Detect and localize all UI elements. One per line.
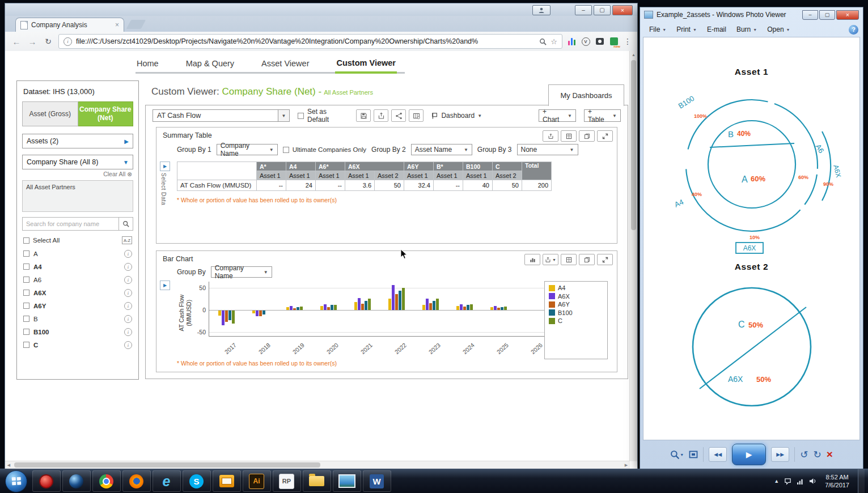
chart-bar[interactable] bbox=[467, 305, 469, 310]
chart-bar[interactable] bbox=[327, 307, 330, 310]
action-center-icon[interactable] bbox=[784, 478, 791, 485]
company-list-item[interactable]: Bi bbox=[22, 312, 133, 325]
chart-bar[interactable] bbox=[433, 301, 435, 310]
clear-icon[interactable]: ⊗ bbox=[127, 171, 132, 177]
taskbar-app-globe[interactable] bbox=[62, 470, 91, 492]
camera-extension-icon[interactable] bbox=[595, 37, 604, 46]
table-total-header[interactable]: Total bbox=[522, 162, 552, 180]
analytics-extension-icon[interactable] bbox=[567, 37, 576, 46]
taskbar-app-skype[interactable]: S bbox=[183, 470, 211, 492]
chart-bar[interactable] bbox=[361, 304, 364, 310]
show-desktop-button[interactable] bbox=[858, 469, 865, 493]
share-icon[interactable] bbox=[391, 109, 406, 122]
chart-bar[interactable] bbox=[225, 311, 228, 322]
url-text[interactable]: file:///C:/Users/zct41029/Desktop/Projec… bbox=[76, 37, 535, 45]
browser-menu-icon[interactable]: ⋮ bbox=[624, 37, 632, 46]
export-dropdown-icon[interactable]: ▼ bbox=[543, 254, 558, 265]
taskbar-app-ie[interactable]: e bbox=[153, 470, 181, 492]
table-company-header[interactable]: B100 bbox=[463, 162, 493, 171]
menu-email[interactable]: E-mail bbox=[702, 24, 731, 35]
chart-bar[interactable] bbox=[368, 299, 371, 310]
hidden-icons-icon[interactable]: ▲ bbox=[774, 478, 779, 484]
back-icon[interactable]: ← bbox=[11, 37, 22, 46]
taskbar-app-firefox[interactable] bbox=[122, 470, 151, 492]
chart-group-by-select[interactable]: Company Name▼ bbox=[211, 266, 272, 278]
actual-size-icon[interactable] bbox=[689, 450, 698, 458]
company-list-item[interactable]: A6Yi bbox=[22, 299, 133, 312]
maximize-button[interactable]: ▢ bbox=[819, 10, 835, 20]
chart-bar[interactable] bbox=[358, 298, 361, 310]
chart-bar[interactable] bbox=[470, 304, 473, 310]
scroll-up-icon[interactable]: ▲ bbox=[630, 51, 637, 58]
legend-item[interactable]: A4 bbox=[549, 284, 603, 291]
zoom-icon[interactable] bbox=[539, 38, 547, 45]
chart-bar[interactable] bbox=[426, 299, 429, 310]
chart-bar[interactable] bbox=[259, 311, 262, 316]
add-table-select[interactable]: + Table ▼ bbox=[584, 109, 621, 122]
taskbar-app-word[interactable]: W bbox=[363, 470, 391, 492]
close-button[interactable]: × bbox=[612, 5, 633, 15]
copy-icon[interactable] bbox=[579, 254, 595, 265]
horizontal-scroll-thumb[interactable] bbox=[14, 462, 320, 468]
help-icon[interactable]: ? bbox=[849, 25, 858, 35]
nav-tab-map-query[interactable]: Map & Query bbox=[185, 55, 235, 72]
table-asset-header[interactable]: Asset 1 bbox=[257, 171, 286, 180]
company-list-item[interactable]: B100i bbox=[22, 325, 133, 338]
set-default-checkbox[interactable] bbox=[298, 113, 304, 119]
table-asset-header[interactable]: Asset 2 bbox=[493, 171, 522, 180]
legend-item[interactable]: C bbox=[549, 317, 603, 324]
chart-bar[interactable] bbox=[262, 311, 265, 314]
info-icon[interactable]: i bbox=[124, 263, 132, 271]
ultimate-companies-checkbox[interactable] bbox=[283, 147, 289, 153]
horizontal-scrollbar[interactable]: ◀ ▶ bbox=[5, 461, 630, 469]
table-company-header[interactable]: A6Y bbox=[404, 162, 434, 171]
chart-bar[interactable] bbox=[460, 304, 463, 310]
chart-bar[interactable] bbox=[429, 303, 432, 310]
info-icon[interactable]: i bbox=[124, 328, 132, 336]
table-asset-header[interactable]: Asset 1 bbox=[345, 171, 375, 180]
export-icon[interactable] bbox=[543, 130, 558, 142]
info-icon[interactable]: i bbox=[124, 341, 132, 349]
table-asset-header[interactable]: Asset 1 bbox=[286, 171, 316, 180]
table-asset-header[interactable]: Asset 1 bbox=[404, 171, 434, 180]
chart-bar[interactable] bbox=[222, 311, 225, 325]
tab-my-dashboards[interactable]: My Dashboards bbox=[548, 84, 624, 106]
taskbar-app-media[interactable] bbox=[32, 470, 61, 492]
expand-icon[interactable] bbox=[597, 130, 613, 142]
company-checkbox[interactable] bbox=[23, 303, 29, 309]
table-asset-header[interactable]: Asset 1 bbox=[434, 171, 463, 180]
taskbar-app-photos[interactable] bbox=[333, 470, 361, 492]
address-bar[interactable]: i file:///C:/Users/zct41029/Desktop/Proj… bbox=[58, 34, 562, 49]
view-select[interactable]: AT Cash Flow ▼ bbox=[153, 109, 290, 122]
table-asset-header[interactable]: Asset 1 bbox=[316, 171, 345, 180]
chart-bar[interactable] bbox=[392, 285, 395, 310]
table-company-header[interactable]: B* bbox=[434, 162, 463, 171]
nav-tab-asset-viewer[interactable]: Asset Viewer bbox=[260, 55, 310, 72]
minimize-button[interactable]: – bbox=[802, 10, 818, 20]
info-icon[interactable]: i bbox=[124, 276, 132, 284]
company-list-item[interactable]: Ai bbox=[22, 247, 133, 260]
legend-item[interactable]: A6X bbox=[549, 293, 603, 300]
vertical-scrollbar[interactable]: ▲ bbox=[629, 51, 637, 461]
export-icon[interactable] bbox=[374, 109, 388, 122]
menu-burn[interactable]: Burn▼ bbox=[732, 24, 761, 35]
chart-bar[interactable] bbox=[490, 307, 493, 310]
volume-icon[interactable] bbox=[809, 478, 816, 484]
group-by-3-select[interactable]: None▼ bbox=[517, 144, 578, 155]
company-list-item[interactable]: Ci bbox=[22, 338, 133, 351]
table-company-header[interactable]: A* bbox=[257, 162, 286, 171]
rotate-ccw-icon[interactable]: ↺ bbox=[800, 449, 808, 461]
close-button[interactable]: × bbox=[836, 10, 859, 20]
taskbar-app-explorer[interactable] bbox=[303, 470, 331, 492]
scroll-right-icon[interactable]: ▶ bbox=[623, 463, 630, 468]
taskbar-clock[interactable]: 8:52 AM 7/6/2017 bbox=[822, 473, 853, 490]
chart-bar[interactable] bbox=[354, 302, 357, 310]
start-button[interactable] bbox=[5, 470, 27, 492]
chart-bar[interactable] bbox=[463, 307, 466, 310]
copy-icon[interactable] bbox=[579, 130, 595, 142]
browser-tab[interactable]: Company Analysis × bbox=[15, 18, 124, 32]
grid-icon[interactable] bbox=[561, 130, 577, 142]
table-asset-header[interactable]: Asset 2 bbox=[375, 171, 404, 180]
save-icon[interactable] bbox=[356, 109, 371, 122]
chart-bar[interactable] bbox=[320, 306, 323, 310]
